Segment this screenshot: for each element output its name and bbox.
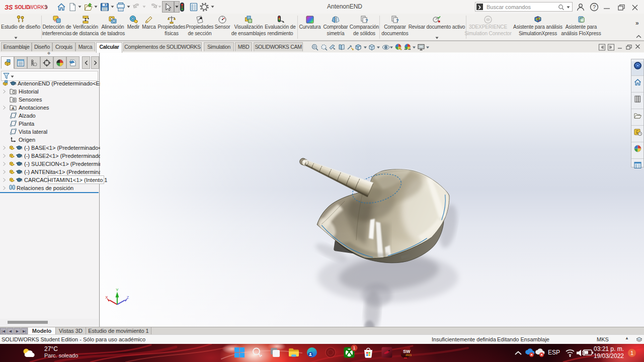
svg-text:2021: 2021 <box>406 353 412 356</box>
svg-text:?: ? <box>593 4 596 10</box>
svg-text:X: X <box>105 295 108 300</box>
svg-text:1: 1 <box>353 345 355 350</box>
svg-text:1: 1 <box>630 350 633 356</box>
svg-text:SOLID: SOLID <box>15 5 30 10</box>
svg-text:Y: Y <box>116 288 119 292</box>
svg-text:A: A <box>12 106 15 111</box>
svg-text:Z: Z <box>126 295 129 300</box>
svg-text:ЗS: ЗS <box>5 4 13 11</box>
svg-text:?: ? <box>365 18 368 23</box>
